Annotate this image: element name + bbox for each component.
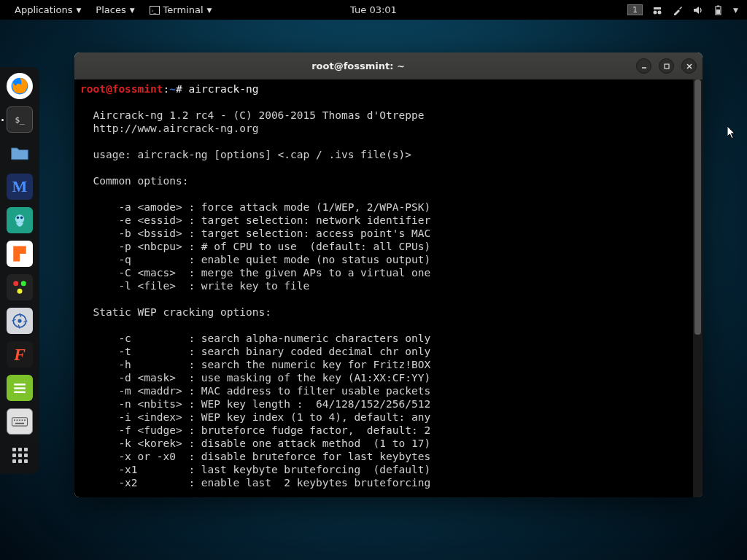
svg-rect-2 <box>654 7 661 9</box>
svg-rect-16 <box>14 387 26 389</box>
svg-point-7 <box>15 214 24 223</box>
chevron-down-icon: ▼ <box>130 7 135 14</box>
terminal-body[interactable]: root@fossmint:~# aircrack-ng Aircrack-ng… <box>74 79 703 497</box>
svg-point-11 <box>21 281 26 286</box>
command-text: aircrack-ng <box>188 83 258 95</box>
scrollbar[interactable] <box>693 79 703 497</box>
show-applications[interactable] <box>7 442 33 468</box>
svg-point-1 <box>658 10 662 14</box>
metasploit-icon[interactable]: M <box>7 174 33 200</box>
terminal-label: Terminal <box>163 4 204 15</box>
battery-icon[interactable] <box>713 4 724 16</box>
svg-rect-22 <box>22 419 23 421</box>
window-title: root@fossmint: ~ <box>80 61 636 71</box>
keyboard-icon[interactable] <box>7 408 33 435</box>
svg-rect-19 <box>14 419 15 421</box>
prompt-symbol: # <box>176 83 182 95</box>
places-label: Places <box>96 4 125 15</box>
svg-rect-23 <box>24 419 26 421</box>
terminal-output: Aircrack-ng 1.2 rc4 - (C) 2006-2015 Thom… <box>80 109 430 489</box>
burpsuite-icon[interactable] <box>7 241 33 267</box>
maltego-icon[interactable] <box>7 274 33 300</box>
svg-point-10 <box>13 281 18 286</box>
zenmap-icon[interactable] <box>7 308 33 334</box>
minimize-button[interactable] <box>636 58 651 74</box>
workspace-indicator[interactable]: 1 <box>627 4 643 15</box>
svg-rect-24 <box>15 423 24 424</box>
leafpad-icon[interactable] <box>7 375 33 401</box>
faraday-icon[interactable]: F <box>7 341 33 368</box>
terminal-menu[interactable]: ›_ Terminal ▼ <box>142 4 220 15</box>
terminal-window: root@fossmint: ~ root@fossmint:~# aircra… <box>74 52 703 497</box>
apps-grid-icon <box>12 448 28 463</box>
system-menu-chevron[interactable]: ▼ <box>733 7 738 14</box>
mouse-cursor <box>727 126 737 140</box>
places-menu[interactable]: Places ▼ <box>88 4 142 15</box>
recorder-icon[interactable] <box>651 4 663 16</box>
clock[interactable]: Tue 03:01 <box>350 4 397 15</box>
terminal-icon[interactable]: $_ <box>7 106 33 133</box>
close-button[interactable] <box>681 58 697 74</box>
svg-point-8 <box>17 217 20 219</box>
chevron-down-icon: ▼ <box>207 7 212 14</box>
firefox-icon[interactable] <box>7 73 33 99</box>
svg-rect-5 <box>716 9 720 14</box>
svg-rect-18 <box>12 418 28 426</box>
terminal-panel-icon: ›_ <box>150 6 160 15</box>
dock: $_ M F <box>0 67 39 474</box>
svg-point-9 <box>20 217 23 219</box>
prompt-user: root@fossmint <box>80 83 163 95</box>
files-icon[interactable] <box>7 140 33 166</box>
applications-label: Applications <box>15 4 72 15</box>
applications-menu[interactable]: Applications ▼ <box>7 4 88 15</box>
chevron-down-icon: ▼ <box>76 7 81 14</box>
titlebar[interactable]: root@fossmint: ~ <box>74 52 703 79</box>
prompt-path: ~ <box>169 83 176 95</box>
scrollbar-thumb[interactable] <box>694 79 701 335</box>
dropper-icon[interactable] <box>672 4 684 16</box>
volume-icon[interactable] <box>692 4 704 16</box>
terminal-content: root@fossmint:~# aircrack-ng Aircrack-ng… <box>80 82 697 489</box>
svg-rect-21 <box>19 419 20 421</box>
svg-rect-20 <box>17 419 18 421</box>
svg-rect-4 <box>717 5 719 7</box>
svg-point-14 <box>18 319 21 322</box>
svg-rect-17 <box>14 391 26 393</box>
svg-point-0 <box>654 10 657 14</box>
armitage-icon[interactable] <box>7 207 33 233</box>
maximize-button[interactable] <box>659 58 674 74</box>
svg-rect-15 <box>14 384 26 386</box>
svg-rect-26 <box>665 64 669 69</box>
svg-point-12 <box>18 289 23 294</box>
top-panel: Applications ▼ Places ▼ ›_ Terminal ▼ Tu… <box>0 0 747 20</box>
